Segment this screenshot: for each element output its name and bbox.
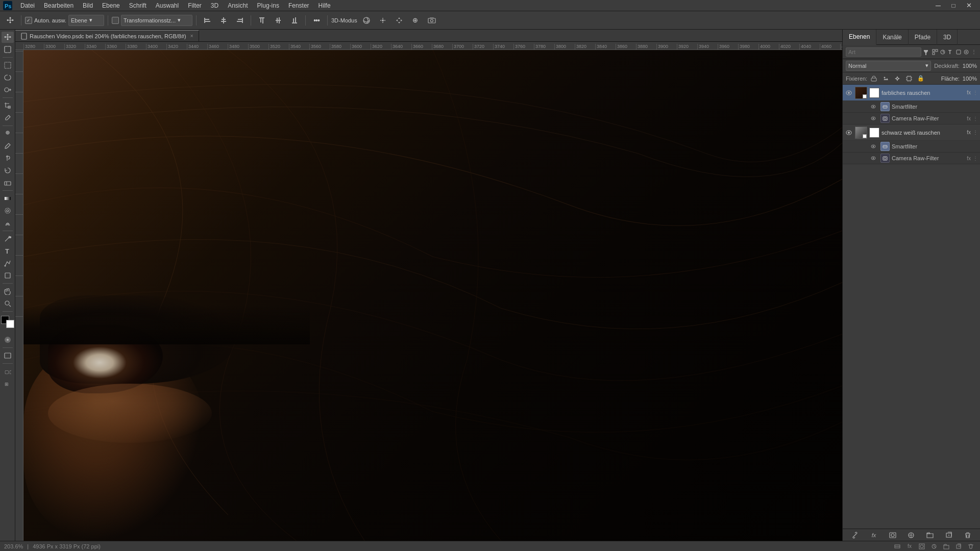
quick-select-tool[interactable] [2,84,14,95]
sublayer-vis-sf2[interactable] [869,142,877,151]
eyedropper-tool[interactable] [2,112,14,123]
sublayer-vis-crf2[interactable] [869,154,877,162]
sublayer-cameraraw-2[interactable]: Camera Raw-Filter fx ⋮ [843,153,980,164]
add-mask-btn[interactable] [888,531,898,540]
align-center-v-btn[interactable] [271,14,285,27]
sublayer-vis-crf1[interactable] [869,114,877,122]
menu-3d[interactable]: 3D [207,1,223,10]
blur-tool[interactable] [2,205,14,216]
healing-brush-tool[interactable] [2,128,14,139]
layer-visibility-btn-2[interactable] [845,129,853,137]
history-brush-tool[interactable] [2,165,14,176]
panel-tab-3d[interactable]: 3D [937,30,958,45]
screen-mode-btn[interactable] [2,350,14,361]
align-top-btn[interactable] [255,14,269,27]
dodge-tool[interactable] [2,217,14,229]
brush-tool[interactable] [2,140,14,152]
status-timeline-btn[interactable] [892,542,902,551]
panel-pixel-icon[interactable] [932,47,938,57]
link-layers-btn[interactable] [850,531,860,540]
blend-mode-select[interactable]: Normal ▾ [846,61,931,71]
lock-artboard-btn[interactable] [904,73,914,84]
panel-tab-kanaele[interactable]: Kanäle [876,30,908,45]
sublayer-options-crf2[interactable]: ⋮ [973,156,978,161]
path-select-tool[interactable] [2,258,14,269]
shape-tool[interactable] [2,270,14,281]
menu-hilfe[interactable]: Hilfe [314,1,335,10]
window-maximize-btn[interactable]: □ [946,0,961,12]
text-tool[interactable]: T [2,245,14,257]
layer-options-btn-2[interactable]: ⋮ [973,130,978,135]
panel-adjustment-icon[interactable] [940,47,946,57]
menu-bild[interactable]: Bild [79,1,97,10]
opacity-value[interactable]: 100% [963,63,977,69]
menu-plugins[interactable]: Plug-ins [253,1,283,10]
align-bottom-btn[interactable] [287,14,302,27]
panel-more-btn[interactable]: ⋮ [971,47,977,57]
zoom-tool[interactable] [2,298,14,309]
lock-all-btn[interactable]: 🔒 [916,73,926,84]
lock-transparent-btn[interactable] [869,73,879,84]
status-group-btn[interactable] [941,542,951,551]
fill-value[interactable]: 100% [963,76,977,82]
sublayer-smartfilter-2[interactable]: Smartfilter [843,141,980,153]
quick-mask-btn[interactable] [2,334,14,345]
hand-tool[interactable] [2,286,14,297]
panel-tab-ebenen[interactable]: Ebenen [843,30,876,45]
gradient-tool[interactable] [2,193,14,204]
panel-shape-icon[interactable] [955,47,962,57]
auto-select-checkbox[interactable]: ✓ [25,17,32,24]
lasso-tool[interactable] [2,72,14,83]
delete-layer-btn[interactable] [963,531,973,540]
extra-tool-1[interactable]: ▢▢ [2,366,14,377]
panel-smart-icon[interactable] [963,47,969,57]
camera-btn[interactable] [425,14,439,27]
pen-tool[interactable] [2,233,14,244]
menu-auswahl[interactable]: Auswahl [152,1,183,10]
pan-btn[interactable] [392,14,406,27]
menu-ansicht[interactable]: Ansicht [224,1,252,10]
window-minimize-btn[interactable]: ─ [931,0,945,12]
sublayer-vis-sf1[interactable] [869,103,877,111]
align-center-h-btn[interactable] [216,14,231,27]
move-tool-btn[interactable] [3,14,17,27]
status-fx-btn[interactable]: fx [904,542,915,551]
status-trash-btn[interactable] [966,542,976,551]
fx-btn[interactable]: fx [869,531,879,540]
marquee-tool[interactable] [2,60,14,71]
menu-fenster[interactable]: Fenster [284,1,313,10]
panel-text-icon[interactable]: T [947,47,953,57]
tab-close-btn[interactable]: × [190,33,193,39]
document-tab[interactable]: Rauschen Video.psdc bei 204% (farbliches… [15,30,199,41]
layer-select-dropdown[interactable]: Ebene▾ [68,15,104,26]
status-mask-btn[interactable] [917,542,927,551]
color-pair[interactable] [1,316,14,328]
lock-position-btn[interactable] [892,73,902,84]
menu-datei[interactable]: Datei [16,1,39,10]
rotate-3d-btn[interactable] [359,14,374,27]
lock-image-btn[interactable] [880,73,891,84]
panel-tab-pfade[interactable]: Pfade [909,30,937,45]
panel-filter-kind-btn[interactable] [923,47,929,57]
more-options-btn[interactable]: ••• [309,14,324,27]
menu-schrift[interactable]: Schrift [125,1,151,10]
menu-ebene[interactable]: Ebene [98,1,124,10]
sublayer-cameraraw-1[interactable]: Camera Raw-Filter fx ⋮ [843,113,980,124]
layer-item-farbliches[interactable]: farbliches rauschen fx ⋮ [843,85,980,101]
orbit-btn[interactable] [376,14,390,27]
align-right-btn[interactable] [233,14,247,27]
sublayer-smartfilter-1[interactable]: Smartfilter [843,101,980,113]
transform-checkbox[interactable] [112,17,119,24]
status-adj-btn[interactable] [929,542,939,551]
canvas-viewport[interactable] [23,50,842,541]
window-close-btn[interactable]: ✕ [962,0,976,12]
menu-bearbeiten[interactable]: Bearbeiten [40,1,78,10]
layer-search-input[interactable] [846,47,921,57]
move-tool[interactable] [2,32,14,43]
artboard-tool[interactable] [2,44,14,55]
background-color[interactable] [6,320,14,328]
layer-visibility-btn-1[interactable] [845,89,853,97]
menu-filter[interactable]: Filter [184,1,206,10]
sublayer-options-crf1[interactable]: ⋮ [973,116,978,121]
new-layer-btn[interactable] [944,531,954,540]
